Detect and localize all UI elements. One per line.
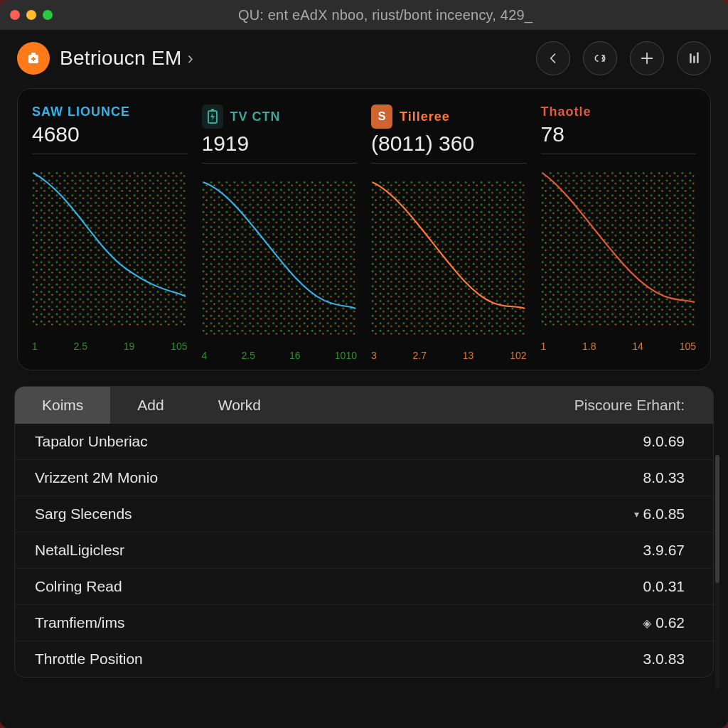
row-value: 3.0.83 bbox=[643, 651, 685, 668]
window-title: QU: ent eAdX nboo, riust/bont inceency, … bbox=[53, 7, 718, 23]
row-name: Sarg Slecends bbox=[35, 505, 132, 523]
stat-card-thaotle[interactable]: Thaotle 78 11.814105 bbox=[541, 105, 697, 361]
scrollbar-thumb[interactable] bbox=[715, 455, 719, 583]
tab-workd[interactable]: Workd bbox=[191, 387, 288, 424]
table-row[interactable]: NetalLigiclesr 3.9.67 bbox=[15, 532, 713, 568]
traffic-lights bbox=[10, 10, 53, 20]
scrollbar[interactable] bbox=[715, 455, 719, 690]
stats-panel: SAW LIOUNCE 4680 12.519105 T bbox=[17, 88, 711, 370]
zoom-icon[interactable] bbox=[43, 10, 53, 20]
tab-add[interactable]: Add bbox=[110, 387, 191, 424]
table-rows: Tapalor Unberiac 9.0.69 Vrizzent 2M Moni… bbox=[15, 424, 713, 677]
row-name: Throttle Position bbox=[35, 651, 143, 668]
table-row[interactable]: Throttle Position 3.0.83 bbox=[15, 641, 713, 677]
stat-value: 4680 bbox=[32, 122, 188, 154]
sparkline-chart bbox=[371, 173, 527, 344]
row-name: Vrizzent 2M Monio bbox=[35, 469, 158, 486]
stat-label: Thaotle bbox=[541, 105, 592, 119]
caret-down-icon: ▾ bbox=[634, 508, 639, 520]
row-name: Colring Read bbox=[35, 578, 122, 595]
column-header-value: Piscoure Erhant: bbox=[574, 387, 713, 424]
stat-label: SAW LIOUNCE bbox=[32, 105, 130, 119]
sparkline-chart bbox=[541, 164, 697, 335]
stat-label: Tilleree bbox=[400, 109, 450, 124]
row-name: Tramfiem/ims bbox=[35, 614, 124, 631]
sparkline-chart bbox=[32, 164, 188, 335]
add-button[interactable] bbox=[630, 41, 664, 75]
x-ticks: 11.814105 bbox=[541, 341, 697, 352]
svg-rect-4 bbox=[697, 53, 699, 63]
row-value: 3.9.67 bbox=[643, 542, 685, 559]
diamond-icon: ◈ bbox=[643, 616, 651, 630]
back-button[interactable] bbox=[536, 41, 570, 75]
row-value: ◈0.62 bbox=[643, 614, 685, 631]
link-button[interactable] bbox=[583, 41, 617, 75]
svg-rect-18 bbox=[541, 171, 697, 327]
stat-label: TV CTN bbox=[230, 109, 281, 124]
stat-card-tilleree[interactable]: S Tilleree (8011) 360 32.713102 bbox=[371, 105, 527, 361]
row-name: Tapalor Unberiac bbox=[35, 433, 148, 450]
stat-card-saw-liounce[interactable]: SAW LIOUNCE 4680 12.519105 bbox=[32, 105, 188, 361]
table-row[interactable]: Sarg Slecends ▾6.0.85 bbox=[15, 496, 713, 532]
sparkline-chart bbox=[202, 173, 358, 344]
row-value: 9.0.69 bbox=[643, 433, 685, 450]
battery-icon bbox=[202, 105, 223, 129]
row-value: 8.0.33 bbox=[643, 469, 685, 486]
stat-card-tv-ctn[interactable]: TV CTN 1919 42.5161010 bbox=[202, 105, 358, 361]
x-ticks: 42.5161010 bbox=[202, 350, 358, 361]
svg-rect-15 bbox=[371, 181, 527, 336]
table-row[interactable]: Tramfiem/ims ◈0.62 bbox=[15, 604, 713, 641]
data-table: Koims Add Workd Piscoure Erhant: Tapalor… bbox=[14, 386, 714, 678]
row-value: ▾6.0.85 bbox=[634, 505, 685, 523]
x-ticks: 12.519105 bbox=[32, 341, 188, 352]
s-badge-icon: S bbox=[371, 105, 392, 129]
app-header: Betrioucn EM › bbox=[0, 30, 728, 87]
chevron-right-icon[interactable]: › bbox=[188, 48, 193, 68]
app-title: Betrioucn EM bbox=[60, 47, 182, 70]
svg-rect-9 bbox=[211, 109, 214, 111]
tab-bar: Koims Add Workd Piscoure Erhant: bbox=[15, 387, 713, 424]
svg-rect-7 bbox=[32, 171, 188, 327]
close-icon[interactable] bbox=[10, 10, 20, 20]
app-logo-icon bbox=[17, 42, 50, 75]
titlebar: QU: ent eAdX nboo, riust/bont inceency, … bbox=[0, 0, 728, 30]
svg-rect-3 bbox=[693, 56, 695, 63]
table-row[interactable]: Vrizzent 2M Monio 8.0.33 bbox=[15, 459, 713, 496]
tab-koims[interactable]: Koims bbox=[15, 387, 110, 424]
table-row[interactable]: Colring Read 0.0.31 bbox=[15, 568, 713, 604]
stat-value: (8011) 360 bbox=[371, 132, 527, 164]
stat-value: 78 bbox=[541, 122, 697, 154]
stat-value: 1919 bbox=[202, 132, 358, 164]
row-value: 0.0.31 bbox=[643, 578, 685, 595]
table-row[interactable]: Tapalor Unberiac 9.0.69 bbox=[15, 424, 713, 459]
svg-rect-1 bbox=[31, 53, 36, 55]
x-ticks: 32.713102 bbox=[371, 350, 527, 361]
minimize-icon[interactable] bbox=[26, 10, 36, 20]
row-name: NetalLigiclesr bbox=[35, 542, 124, 559]
svg-rect-2 bbox=[690, 53, 692, 63]
tune-button[interactable] bbox=[677, 41, 711, 75]
